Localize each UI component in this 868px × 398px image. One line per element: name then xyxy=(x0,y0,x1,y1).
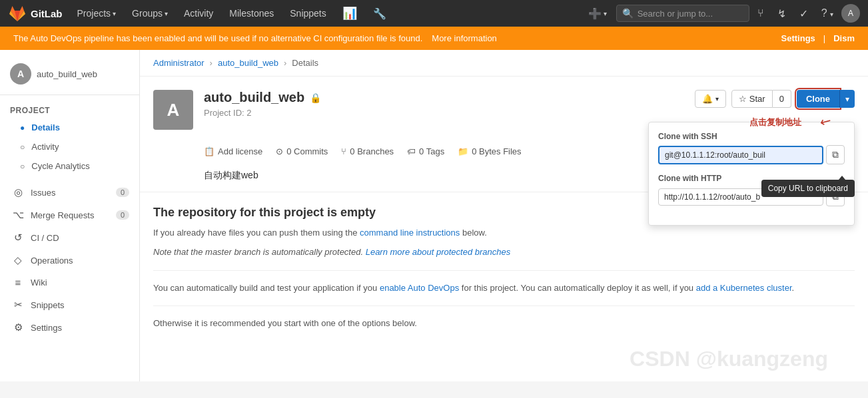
sidebar-item-activity[interactable]: ○ Activity xyxy=(0,137,139,156)
banner-settings-link[interactable]: Settings xyxy=(781,33,815,43)
files-stat: 📁 0 Bytes Files xyxy=(458,146,521,156)
snippets-icon: ✂ xyxy=(12,299,24,311)
cycle-label: Cycle Analytics xyxy=(31,161,89,171)
commits-stat: ⊙ 0 Commits xyxy=(276,146,328,156)
breadcrumb: Administrator › auto_build_web › Details xyxy=(140,50,868,77)
sidebar-item-details[interactable]: ● Details xyxy=(0,118,139,137)
issues-badge: 0 xyxy=(116,188,129,197)
ssh-copy-button[interactable]: ⧉ xyxy=(826,145,845,164)
search-input[interactable] xyxy=(638,9,737,19)
breadcrumb-admin[interactable]: Administrator xyxy=(153,58,205,68)
nav-groups-label: Groups xyxy=(132,8,163,19)
breadcrumb-current: Details xyxy=(292,58,318,68)
ssh-url-input[interactable] xyxy=(658,146,823,164)
gitlab-logo[interactable]: GitLab xyxy=(8,4,63,23)
wiki-label: Wiki xyxy=(31,278,47,288)
branches-stat: ⑂ 0 Branches xyxy=(341,146,394,156)
settings-label: Settings xyxy=(31,323,62,333)
operations-icon: ◇ xyxy=(12,254,24,266)
wiki-icon: ≡ xyxy=(12,277,24,288)
nav-todo-icon[interactable]: ✓ xyxy=(794,5,813,23)
projects-chevron-icon: ▾ xyxy=(113,10,116,17)
avatar: A xyxy=(10,63,31,85)
nav-plus-icon[interactable]: ➕ ▾ xyxy=(582,3,614,24)
banner-more-info-link[interactable]: More information xyxy=(432,33,497,43)
notify-button[interactable]: 🔔 ▾ xyxy=(695,90,726,108)
project-name: auto_build_web xyxy=(204,90,304,105)
nav-merge-icon[interactable]: ↯ xyxy=(772,5,791,23)
sidebar-item-cycle-analytics[interactable]: ○ Cycle Analytics xyxy=(0,156,139,176)
sidebar-item-issues[interactable]: ◎ Issues 0 xyxy=(0,181,139,204)
chinese-annotation: 点击复制地址 xyxy=(749,116,801,128)
clone-chevron-button[interactable]: ▾ xyxy=(839,90,855,108)
branches-icon: ⑂ xyxy=(341,146,346,156)
sidebar-item-settings[interactable]: ⚙ Settings xyxy=(0,316,139,339)
main-layout: A auto_build_web Project ● Details ○ Act… xyxy=(0,50,868,381)
nav-activity[interactable]: Activity xyxy=(177,4,220,23)
details-icon: ● xyxy=(20,123,25,132)
add-license-link[interactable]: Add license xyxy=(218,146,262,156)
command-line-link[interactable]: command line instructions xyxy=(360,228,460,238)
sidebar-item-operations[interactable]: ◇ Operations xyxy=(0,249,139,272)
sidebar-item-merge-requests[interactable]: ⌥ Merge Requests 0 xyxy=(0,204,139,226)
ssh-input-row: ⧉ xyxy=(658,145,845,164)
banner-text: The Auto DevOps pipeline has been enable… xyxy=(13,33,422,43)
sidebar-user: A auto_build_web xyxy=(0,57,139,95)
nav-projects[interactable]: Projects ▾ xyxy=(71,4,123,23)
breadcrumb-project[interactable]: auto_build_web xyxy=(218,58,278,68)
bell-icon: 🔔 xyxy=(702,94,713,104)
issues-icon: ◎ xyxy=(12,186,24,198)
sidebar-item-ci-cd[interactable]: ↺ CI / CD xyxy=(0,226,139,249)
project-actions: 🔔 ▾ ☆ Star 0 Clone ▾ xyxy=(695,90,855,108)
ssh-title: Clone with SSH xyxy=(658,132,845,141)
nav-chart-icon[interactable]: 📊 xyxy=(336,2,364,25)
star-button[interactable]: ☆ Star xyxy=(731,90,773,108)
banner-actions: Settings | Dism xyxy=(781,33,855,43)
merge-label: Merge Requests xyxy=(31,210,94,220)
nav-milestones-label: Milestones xyxy=(229,8,274,19)
sidebar-item-snippets[interactable]: ✂ Snippets xyxy=(0,294,139,316)
star-label: Star xyxy=(749,94,765,104)
commits-count: 0 Commits xyxy=(286,146,328,156)
banner-separator: | xyxy=(823,33,825,43)
search-box[interactable]: 🔍 xyxy=(616,5,749,22)
star-count: 0 xyxy=(773,90,791,108)
nav-projects-label: Projects xyxy=(77,8,111,19)
nav-snippets[interactable]: Snippets xyxy=(283,4,332,23)
sidebar-item-wiki[interactable]: ≡ Wiki xyxy=(0,272,139,294)
nav-groups[interactable]: Groups ▾ xyxy=(125,4,175,23)
auto-devops-note: You can automatically build and test you… xyxy=(153,282,855,296)
project-avatar: A xyxy=(153,90,193,130)
protected-branch-note: Note that the master branch is automatic… xyxy=(153,246,855,260)
clone-button[interactable]: Clone xyxy=(797,90,839,108)
divider-1 xyxy=(153,270,855,271)
nav-help-icon[interactable]: ? ▾ xyxy=(816,5,839,22)
tags-icon: 🏷 xyxy=(407,146,416,156)
ci-label: CI / CD xyxy=(31,233,59,243)
ci-icon: ↺ xyxy=(12,232,24,244)
commits-icon: ⊙ xyxy=(276,146,283,156)
enable-auto-devops-link[interactable]: enable Auto DevOps xyxy=(380,283,459,293)
search-icon: 🔍 xyxy=(622,8,634,19)
add-license-item[interactable]: 📋 Add license xyxy=(204,146,262,156)
main-content: Administrator › auto_build_web › Details… xyxy=(140,50,868,381)
banner-dismiss-link[interactable]: Dism xyxy=(833,33,855,43)
protected-branches-link[interactable]: Learn more about protected branches xyxy=(366,247,511,257)
nav-wrench-icon[interactable]: 🔧 xyxy=(366,3,393,24)
push-instructions: If you already have files you can push t… xyxy=(153,226,855,240)
breadcrumb-sep1: › xyxy=(210,58,213,68)
settings-icon: ⚙ xyxy=(12,321,24,333)
activity-icon: ○ xyxy=(20,142,25,152)
sidebar-username: auto_build_web xyxy=(37,69,97,79)
nav-fork-icon[interactable]: ⑂ xyxy=(752,5,769,22)
files-icon: 📁 xyxy=(458,146,468,156)
operations-label: Operations xyxy=(31,256,73,266)
kubernetes-cluster-link[interactable]: add a Kubernetes cluster xyxy=(696,283,792,293)
tags-count: 0 Tags xyxy=(419,146,444,156)
project-header: A auto_build_web 🔒 Project ID: 2 🔔 ▾ ☆ xyxy=(140,77,868,140)
star-icon: ☆ xyxy=(739,94,747,104)
nav-snippets-label: Snippets xyxy=(290,8,326,19)
nav-milestones[interactable]: Milestones xyxy=(222,4,280,23)
user-avatar[interactable]: A xyxy=(841,4,860,23)
clone-dropdown: Clone with SSH ⧉ Clone with HTTP ⧉ xyxy=(648,122,855,226)
